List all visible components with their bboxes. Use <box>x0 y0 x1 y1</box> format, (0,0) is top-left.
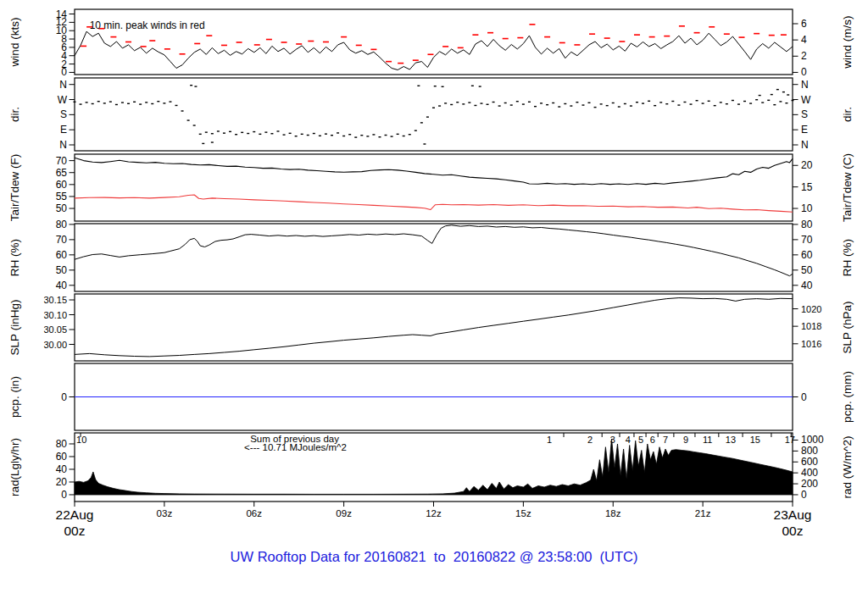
y-tick-label-right: 1018 <box>801 321 821 331</box>
y-tick-label-left: W <box>58 94 68 106</box>
weather-multipanel-chart: 024681012140246wind (kts)wind (m/s)10 mi… <box>0 0 868 593</box>
panel-temp: 5055606570101520Tair/Tdew (F)Tair/Tdew (… <box>8 153 854 222</box>
peak-dash <box>110 36 116 38</box>
solar-radiation-area <box>75 439 793 495</box>
panel-border <box>75 224 793 291</box>
scatter-dot <box>157 101 159 102</box>
x-tick-label: 12z <box>426 508 442 518</box>
scatter-dot <box>546 104 548 105</box>
peak-dash <box>149 40 155 42</box>
y-tick-label-right: 200 <box>801 478 818 490</box>
wind-direction-deg-scatter <box>74 99 794 138</box>
scatter-dot <box>409 134 411 135</box>
scatter-dot <box>127 103 130 104</box>
peak-dash <box>664 36 670 37</box>
y-tick-label-left: 50 <box>56 202 68 214</box>
scatter-dot <box>462 103 465 104</box>
y-tick-label-right: N <box>801 139 809 151</box>
scatter-dot <box>442 86 444 87</box>
scatter-dot <box>516 101 519 102</box>
scatter-dot <box>325 133 327 134</box>
peak-dash <box>164 48 170 50</box>
panel-border <box>75 294 793 361</box>
peak-dash <box>356 45 362 47</box>
peak-dash <box>370 49 376 51</box>
scatter-dot <box>787 94 789 95</box>
y-tick-label-right: E <box>801 124 808 136</box>
y-tick-label-left: E <box>60 124 67 136</box>
scatter-dot <box>570 105 572 106</box>
scatter-dot <box>181 110 184 111</box>
scatter-dot <box>480 103 482 103</box>
peak-dash <box>266 39 272 41</box>
scatter-dot <box>270 133 273 134</box>
scatter-dot <box>175 105 177 106</box>
annotation-text: 3 <box>610 435 615 445</box>
scatter-dot <box>331 135 333 136</box>
axis-title-left-pcp: pcp. (in) <box>8 376 21 418</box>
scatter-dot <box>190 85 192 86</box>
annotation-text: <--- 10.71 MJoules/m^2 <box>244 442 347 452</box>
scatter-dot <box>223 132 225 133</box>
scatter-dot <box>199 134 202 135</box>
x-axis: 22Aug00z03z06z09z12z15z18z21z23Aug00z <box>56 502 812 538</box>
scatter-dot <box>289 133 292 134</box>
scatter-dot <box>759 95 761 96</box>
x-tick-label: 09z <box>336 508 352 518</box>
peak-dash <box>398 63 403 64</box>
scatter-dot <box>342 136 345 136</box>
scatter-dot <box>450 104 453 105</box>
scatter-dot <box>732 100 734 101</box>
y-tick-label-left: 30.05 <box>43 324 67 335</box>
scatter-dot <box>235 134 237 135</box>
y-tick-label-right: 40 <box>801 280 813 291</box>
y-tick-label-left: 60 <box>56 179 68 191</box>
scatter-dot <box>552 103 554 103</box>
scatter-dot <box>163 103 165 103</box>
y-tick-label-right: 20 <box>801 159 813 171</box>
scatter-dot <box>690 103 693 104</box>
axis-title-left-dir: dir. <box>8 107 21 122</box>
annotation-text: 7 <box>663 435 668 445</box>
y-tick-label-left: 80 <box>56 438 68 450</box>
scatter-dot <box>319 136 321 136</box>
axis-title-left-slp: SLP (inHg) <box>8 300 21 356</box>
scatter-dot <box>471 86 474 86</box>
scatter-dot <box>564 103 566 104</box>
peak-dash <box>781 34 787 36</box>
y-tick-label-right: W <box>801 94 811 106</box>
panel-rh: 40506070804050607080RH (%)RH (%) <box>8 219 854 291</box>
scatter-dot <box>313 133 315 134</box>
axis-title-left-wind: wind (kts) <box>8 18 21 68</box>
peak-dash <box>194 43 200 45</box>
scatter-dot <box>785 103 787 103</box>
scatter-dot <box>337 132 339 133</box>
peak-dash <box>323 42 329 43</box>
peak-dash <box>221 45 227 47</box>
peak-dash <box>679 25 685 27</box>
tdew-f-line <box>75 195 793 212</box>
annotation-text: 4 <box>626 435 631 445</box>
scatter-dot <box>444 103 447 103</box>
y-tick-label-right: 1000 <box>801 434 824 446</box>
scatter-dot <box>194 86 197 86</box>
peak-dash <box>472 34 478 36</box>
x-tick-label: 03z <box>157 508 173 518</box>
scatter-dot <box>366 136 369 136</box>
scatter-dot <box>767 100 770 101</box>
scatter-dot <box>259 134 261 135</box>
scatter-dot <box>420 122 423 123</box>
scatter-dot <box>624 103 626 104</box>
scatter-dot <box>432 108 435 108</box>
peak-dash <box>754 33 760 35</box>
scatter-dot <box>540 103 542 103</box>
peak-dash <box>296 43 302 45</box>
x-tick-label: 18z <box>605 508 621 518</box>
scatter-dot <box>654 105 656 106</box>
peak-dash <box>544 36 550 38</box>
peak-dash <box>529 24 535 25</box>
peak-dash <box>503 38 509 40</box>
scatter-dot <box>86 102 88 103</box>
annotation-text: 1 <box>547 435 552 445</box>
y-tick-label-left: 0 <box>61 489 67 501</box>
